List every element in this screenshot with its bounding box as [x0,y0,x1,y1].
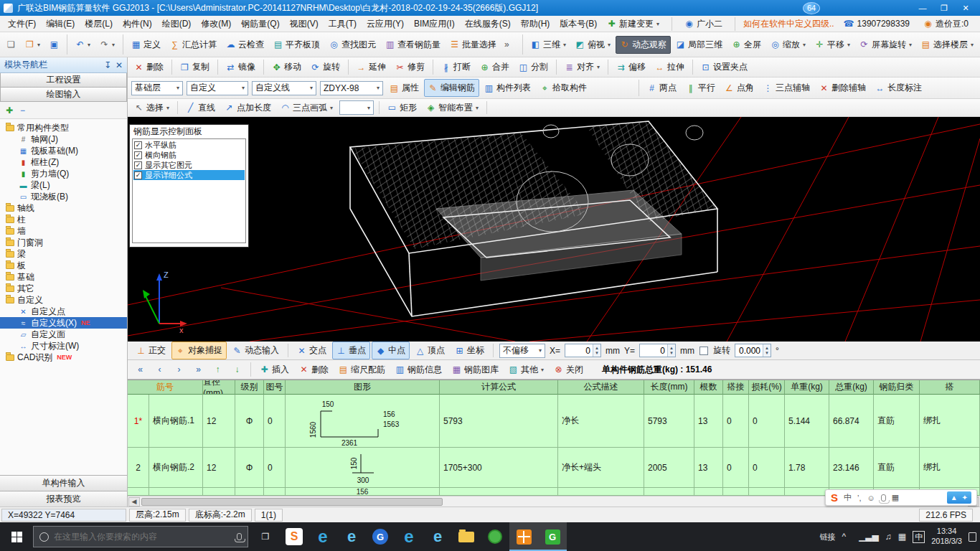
move-button[interactable]: ✥移动 [268,58,306,76]
flush-slab-top-button[interactable]: ▤平齐板顶 [269,36,324,54]
menu-draw[interactable]: 绘图(D) [157,16,197,32]
diameter-cell[interactable]: 12 [203,395,235,448]
table-cell[interactable] [558,488,644,496]
start-button[interactable] [0,522,33,551]
header-lap[interactable]: 搭接 [723,380,749,395]
tree-item-custom-line[interactable]: ≈自定义线(X)NE [0,317,127,329]
draw-input-button[interactable]: 绘图输入 [0,88,127,102]
tip-link[interactable]: 如何在软件中定义四级.. [743,18,834,30]
header-loss[interactable]: 损耗(%) [749,380,785,395]
formula-desc-cell[interactable]: 净长+端头 [558,448,644,488]
phone-contact[interactable]: ☎13907298339 [839,16,914,32]
offset-mode-combo[interactable]: 不偏移▾ [499,344,545,358]
unit-weight-cell[interactable]: 5.144 [785,395,829,448]
define-button[interactable]: ▦定义 [127,36,165,54]
menu-edit[interactable]: 编辑(E) [41,16,80,32]
header-total-weight[interactable]: 总重(kg) [829,380,874,395]
taskbar-app-ie[interactable]: e [337,522,366,551]
open-button[interactable]: ❐▾ [21,37,44,52]
floor-combo[interactable]: 基础层▾ [131,81,183,95]
batch-select-button[interactable]: ☰批量选择 [446,36,501,54]
row-number-cell[interactable]: 1* [128,395,149,448]
delete-button[interactable]: ✕删除 [130,58,168,76]
summary-calc-button[interactable]: ∑汇总计算 [166,36,221,54]
level-cell[interactable]: Φ [235,448,264,488]
local-3d-button[interactable]: ◪局部三维 [672,36,727,54]
prev-row-button[interactable]: ‹ [151,362,169,377]
checkbox-checked-icon[interactable]: ✓ [134,171,142,179]
maximize-button[interactable]: ❐ [939,4,949,13]
y-coordinate-input[interactable] [640,344,667,357]
perpendicular-snap-toggle[interactable]: ⊥垂点 [332,342,370,359]
header-count[interactable]: 根数 [694,380,723,395]
rotate-angle-spinner[interactable]: ▲▼ [735,344,771,357]
menu-file[interactable]: 文件(F) [3,16,41,32]
tree-folder-other[interactable]: 其它 [0,283,127,294]
lap-cell[interactable]: 0 [723,448,749,488]
mirror-button[interactable]: ⇄镜像 [222,58,260,76]
project-settings-button[interactable]: 工程设置 [0,73,127,88]
tree-item-shear-wall[interactable]: ▮剪力墙(Q) [0,168,127,179]
menu-component[interactable]: 构件(N) [118,16,157,32]
taskbar-app-glodon-ggj[interactable] [509,522,538,551]
single-component-input-button[interactable]: 单构件输入 [0,475,127,491]
move-row-down-button[interactable]: ↓ [228,362,246,377]
scroll-left-button[interactable]: ◀ [128,497,140,507]
taskbar-app-360[interactable] [481,522,509,551]
category-combo[interactable]: 自定义▾ [187,81,248,95]
spinner-arrows-icon[interactable]: ▲▼ [667,344,675,357]
3d-viewport[interactable]: 钢筋显示控制面板 ✓水平纵筋 ✓横向钢筋 ✓显示其它图元 ✓显示详细公式 Z x [128,117,980,342]
line-tool-button[interactable]: ╱直线 [182,99,220,117]
option-horizontal-longitudinal[interactable]: ✓水平纵筋 [133,140,245,150]
screen-rotate-button[interactable]: ⟳屏幕旋转▾ [855,36,916,54]
tree-group-custom[interactable]: 自定义 [0,294,127,306]
header-length[interactable]: 长度(mm) [644,380,694,395]
rebar-info-button[interactable]: ▥钢筋信息 [391,361,446,379]
point-angle-button[interactable]: ∠点角 [720,79,758,97]
merge-button[interactable]: ⊕合并 [476,58,514,76]
x-coordinate-spinner[interactable]: ▲▼ [565,344,601,357]
loss-cell[interactable]: 0 [749,448,785,488]
ortho-toggle[interactable]: ⊥正交 [132,342,170,359]
rotate-checkbox[interactable] [699,347,708,355]
loss-cell[interactable]: 0 [749,395,785,448]
arc-options-combo[interactable]: ▾ [339,100,374,115]
taskbar-app-ie2[interactable]: e [423,522,452,551]
notification-badge[interactable]: 64 [803,2,820,14]
find-element-button[interactable]: ◎查找图元 [325,36,380,54]
view-3d-button[interactable]: ◧三维▾ [527,36,570,54]
tree-folder-foundation[interactable]: 基础 [0,271,127,283]
tree-folder-column[interactable]: 柱 [0,214,127,225]
menu-cloud-app[interactable]: 云应用(Y) [362,16,409,32]
report-preview-button[interactable]: 报表预览 [0,491,127,507]
3d-canvas[interactable] [128,117,980,342]
menu-view[interactable]: 视图(V) [285,16,324,32]
taskbar-search[interactable] [33,526,248,547]
bar-name-cell[interactable]: 横向钢筋.1 [149,395,203,448]
edit-rebar-button[interactable]: ✎编辑钢筋 [424,79,479,97]
level-cell[interactable]: Φ [235,395,264,448]
table-cell[interactable] [723,488,749,496]
emoji-icon[interactable]: ☺ [867,494,875,502]
two-point-axis-button[interactable]: #两点 [643,79,681,97]
pin-icon[interactable]: ↧ [104,60,111,70]
figure-no-cell[interactable]: 0 [264,448,286,488]
soft-keyboard-icon[interactable]: ▦ [892,493,899,502]
rebar-library-button[interactable]: ▦钢筋图库 [448,361,503,379]
midpoint-snap-toggle[interactable]: ◆中点 [372,342,410,359]
tree-item-axis-grid[interactable]: #轴网(J) [0,133,127,145]
total-weight-cell[interactable]: 66.874 [829,395,874,448]
extend-button[interactable]: →延伸 [352,58,390,76]
dynamic-input-toggle[interactable]: ✎动态输入 [228,342,283,359]
option-transverse-rebar[interactable]: ✓横向钢筋 [133,150,245,160]
new-change-button[interactable]: ✚新建变更▾ [603,15,664,33]
total-weight-cell[interactable]: 23.146 [829,448,874,488]
other-menu-button[interactable]: ▧其他▾ [504,361,548,379]
menu-bim-app[interactable]: BIM应用(I) [409,16,460,32]
three-point-arc-button[interactable]: ◠三点画弧▾ [276,99,337,117]
length-cell[interactable]: 2005 [644,448,694,488]
toolbar-overflow-icon[interactable]: » [501,39,512,50]
menu-tools[interactable]: 工具(T) [324,16,362,32]
option-show-other-elements[interactable]: ✓显示其它图元 [133,160,245,170]
tree-folder-wall[interactable]: 墙 [0,225,127,237]
